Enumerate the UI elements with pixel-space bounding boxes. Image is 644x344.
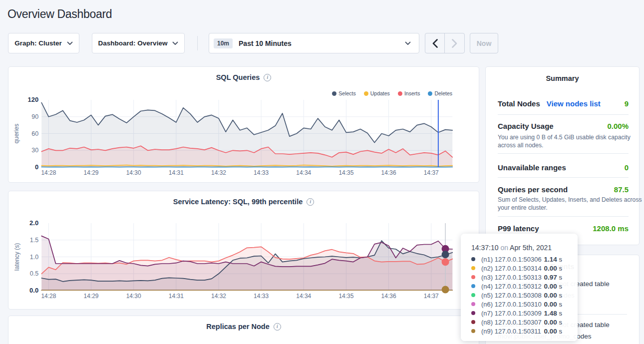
svg-text:latency (s): latency (s) xyxy=(13,243,20,271)
time-range-dropdown[interactable]: 10m Past 10 Minutes xyxy=(209,33,419,53)
svg-text:queries: queries xyxy=(13,124,20,143)
total-nodes-label: Total Nodes xyxy=(498,99,540,108)
node-color-dot xyxy=(471,320,475,324)
node-latency-value: 1.14 s xyxy=(544,256,562,263)
node-address-label: (n3) 127.0.0.1:50313 xyxy=(481,274,542,281)
chevron-left-icon xyxy=(432,39,438,48)
info-icon[interactable]: i xyxy=(274,323,281,331)
service-latency-chart[interactable]: 14:2814:2914:3014:3114:3214:3314:3414:35… xyxy=(8,191,479,309)
svg-text:1.5: 1.5 xyxy=(30,237,38,244)
tooltip-node-row: (n7) 127.0.0.1:503091.48 s xyxy=(471,309,578,318)
summary-panel: Summary Total Nodes View nodes list 9 Ca… xyxy=(485,66,640,245)
node-address-label: (n1) 127.0.0.1:50306 xyxy=(481,256,542,263)
graph-dropdown[interactable]: Graph: Cluster xyxy=(8,33,79,53)
svg-text:14:35: 14:35 xyxy=(338,169,353,176)
node-latency-value: 1.48 s xyxy=(544,310,562,317)
chart-title: Service Latency: SQL, 99th percentile xyxy=(173,198,303,206)
tooltip-node-row: (n3) 127.0.0.1:503130.97 s xyxy=(471,273,578,282)
svg-text:14:33: 14:33 xyxy=(254,169,269,176)
node-color-dot xyxy=(471,329,475,333)
replicas-per-node-card: Replicas per Node i xyxy=(8,316,479,344)
svg-text:14:36: 14:36 xyxy=(381,293,396,300)
legend-dot xyxy=(364,91,368,96)
summary-row-capacity: Capacity Usage 0.00% You are using 0 B o… xyxy=(498,115,629,154)
dashboard-dropdown-label: Dashboard: Overview xyxy=(98,39,168,47)
node-address-label: (n4) 127.0.0.1:50312 xyxy=(481,283,542,290)
dashboard-dropdown[interactable]: Dashboard: Overview xyxy=(92,33,185,53)
summary-row-p99: P99 latency 1208.0 ms xyxy=(498,217,629,233)
sql-queries-chart[interactable]: 14:2814:2914:3014:3114:3214:3314:3414:35… xyxy=(8,67,479,182)
svg-text:14:28: 14:28 xyxy=(41,293,56,300)
legend-dot xyxy=(428,91,432,96)
node-address-label: (n9) 127.0.0.1:50311 xyxy=(481,328,541,335)
view-nodes-list-link[interactable]: View nodes list xyxy=(547,99,601,108)
service-latency-card: Service Latency: SQL, 99th percentile i … xyxy=(8,191,479,310)
summary-title: Summary xyxy=(486,67,639,82)
node-address-label: (n7) 127.0.0.1:50309 xyxy=(481,310,542,317)
node-latency-value: 0.00 s xyxy=(544,328,562,335)
chevron-right-icon xyxy=(452,39,457,48)
legend-label: Selects xyxy=(338,90,355,96)
node-latency-value: 0.00 s xyxy=(544,283,562,290)
svg-text:14:29: 14:29 xyxy=(84,169,99,176)
now-button[interactable]: Now xyxy=(470,33,498,53)
svg-text:14:35: 14:35 xyxy=(338,293,353,300)
chart-legend: SelectsUpdatesInsertsDeletes xyxy=(332,90,452,96)
svg-text:30: 30 xyxy=(31,147,38,154)
legend-item-updates[interactable]: Updates xyxy=(364,90,390,96)
legend-item-inserts[interactable]: Inserts xyxy=(398,90,420,96)
legend-dot xyxy=(398,91,402,96)
p99-latency-value: 1208.0 ms xyxy=(593,224,629,233)
svg-text:14:34: 14:34 xyxy=(296,293,311,300)
svg-text:14:31: 14:31 xyxy=(169,293,184,300)
node-address-label: (n6) 127.0.0.1:50310 xyxy=(481,301,542,308)
node-color-dot xyxy=(471,257,475,261)
tooltip-node-row: (n5) 127.0.0.1:503080.00 s xyxy=(471,291,578,300)
legend-dot xyxy=(332,91,336,96)
time-window-arrows xyxy=(425,33,465,53)
qps-label: Queries per second xyxy=(498,185,568,194)
legend-label: Updates xyxy=(370,90,390,96)
overview-dashboard-page: Overview Dashboard Graph: Cluster Dashbo… xyxy=(0,0,644,344)
svg-text:14:30: 14:30 xyxy=(126,169,141,176)
graph-dropdown-label: Graph: Cluster xyxy=(14,39,62,47)
tooltip-node-row: (n9) 127.0.0.1:503110.00 s xyxy=(471,327,578,336)
node-address-label: (n8) 127.0.0.1:50307 xyxy=(481,319,542,326)
previous-time-window-button[interactable] xyxy=(425,33,445,53)
svg-text:14:31: 14:31 xyxy=(169,169,184,176)
sql-queries-card: SQL Queries i SelectsUpdatesInsertsDelet… xyxy=(8,66,479,183)
tooltip-node-row: (n4) 127.0.0.1:503120.00 s xyxy=(471,282,578,291)
svg-text:14:30: 14:30 xyxy=(126,293,141,300)
tooltip-timestamp: 14:37:10 on Apr 5th, 2021 xyxy=(471,244,578,252)
svg-text:14:36: 14:36 xyxy=(381,169,396,176)
legend-label: Deletes xyxy=(434,90,452,96)
legend-item-deletes[interactable]: Deletes xyxy=(428,90,452,96)
svg-text:120: 120 xyxy=(27,96,38,103)
svg-text:14:37: 14:37 xyxy=(424,169,439,176)
node-latency-value: 0.00 s xyxy=(544,319,562,326)
svg-text:1.0: 1.0 xyxy=(30,254,38,261)
unavailable-ranges-label: Unavailable ranges xyxy=(498,163,566,172)
time-range-label: Past 10 Minutes xyxy=(239,39,292,47)
info-icon[interactable]: i xyxy=(307,198,314,206)
summary-row-qps: Queries per second 87.5 Sum of Selects, … xyxy=(498,178,629,217)
svg-text:14:32: 14:32 xyxy=(211,293,226,300)
svg-text:0: 0 xyxy=(35,163,38,171)
legend-label: Inserts xyxy=(404,90,420,96)
svg-text:2.0: 2.0 xyxy=(29,219,38,227)
node-address-label: (n2) 127.0.0.1:50314 xyxy=(481,265,542,272)
node-latency-value: 0.97 s xyxy=(544,274,562,281)
tooltip-node-row: (n2) 127.0.0.1:503140.00 s xyxy=(471,264,578,273)
node-latency-value: 0.00 s xyxy=(544,265,562,272)
capacity-usage-label: Capacity Usage xyxy=(498,122,554,130)
summary-row-total-nodes: Total Nodes View nodes list 9 xyxy=(498,82,629,115)
next-time-window-button[interactable] xyxy=(445,33,464,53)
toolbar-divider xyxy=(197,36,198,50)
page-title: Overview Dashboard xyxy=(7,7,112,21)
legend-item-selects[interactable]: Selects xyxy=(332,90,355,96)
svg-text:14:37: 14:37 xyxy=(424,293,439,300)
unavailable-ranges-value: 0 xyxy=(625,163,629,172)
qps-caption: Sum of Selects, Updates, Inserts, and De… xyxy=(498,196,629,212)
info-icon[interactable]: i xyxy=(264,74,271,81)
node-latency-value: 0.00 s xyxy=(544,292,562,299)
